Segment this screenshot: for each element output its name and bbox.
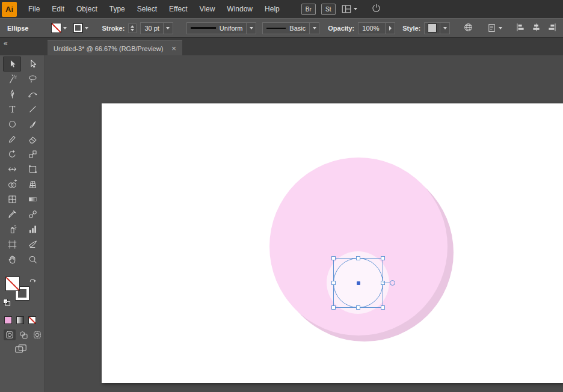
align-right-icon[interactable] bbox=[547, 22, 557, 34]
style-select[interactable] bbox=[424, 22, 450, 34]
variable-width-profile-select[interactable]: Uniform bbox=[186, 22, 257, 34]
sync-settings-icon[interactable] bbox=[371, 3, 381, 15]
lasso-tool[interactable] bbox=[23, 72, 42, 87]
menu-file[interactable]: File bbox=[22, 0, 46, 18]
mesh-tool[interactable] bbox=[3, 192, 21, 207]
line-segment-tool[interactable] bbox=[23, 102, 42, 117]
align-center-icon[interactable] bbox=[531, 22, 541, 34]
eraser-tool[interactable] bbox=[23, 132, 42, 147]
artboard[interactable] bbox=[102, 103, 563, 383]
stroke-swatch[interactable] bbox=[73, 23, 83, 33]
scale-tool[interactable] bbox=[23, 147, 42, 162]
symbol-sprayer-tool[interactable] bbox=[3, 222, 21, 237]
chevron-down-icon bbox=[499, 27, 502, 29]
bridge-button[interactable]: Br bbox=[301, 4, 316, 15]
width-tool[interactable] bbox=[3, 162, 21, 177]
column-graph-tool[interactable] bbox=[23, 222, 42, 237]
workspace-switcher-icon[interactable] bbox=[341, 4, 357, 14]
eyedropper-tool[interactable] bbox=[3, 207, 21, 222]
center-anchor-point[interactable] bbox=[357, 281, 360, 285]
change-screen-mode-button[interactable] bbox=[14, 343, 28, 357]
close-tab-icon[interactable]: × bbox=[171, 44, 176, 52]
handle-top-left[interactable] bbox=[331, 256, 336, 260]
pencil-tool[interactable] bbox=[3, 132, 21, 147]
menu-select[interactable]: Select bbox=[131, 0, 163, 18]
menu-edit[interactable]: Edit bbox=[46, 0, 70, 18]
magic-wand-tool[interactable] bbox=[3, 72, 21, 87]
align-left-icon[interactable] bbox=[515, 22, 526, 34]
stroke-color-dropdown[interactable] bbox=[73, 23, 88, 33]
slice-tool[interactable] bbox=[23, 237, 42, 252]
handle-bottom-left[interactable] bbox=[331, 305, 336, 310]
control-bar: Ellipse Stroke: 30 pt Uniform Basic bbox=[0, 18, 563, 38]
step-down-icon[interactable] bbox=[131, 29, 134, 31]
fill-color-dropdown[interactable] bbox=[51, 23, 67, 33]
stroke-weight-select[interactable]: 30 pt bbox=[140, 22, 173, 34]
step-up-icon[interactable] bbox=[131, 25, 134, 28]
fill-stroke-widget bbox=[0, 274, 45, 313]
document-setup-dropdown[interactable] bbox=[487, 23, 502, 33]
stroke-weight-stepper[interactable] bbox=[128, 23, 137, 33]
color-button[interactable] bbox=[4, 316, 12, 324]
menu-effect[interactable]: Effect bbox=[163, 0, 193, 18]
illustrator-window: Ai File Edit Object Type Select Effect V… bbox=[0, 0, 563, 392]
menu-type[interactable]: Type bbox=[103, 0, 131, 18]
rotate-widget-handle[interactable] bbox=[390, 280, 395, 286]
fill-color-proxy[interactable] bbox=[5, 277, 20, 291]
stock-button[interactable]: St bbox=[321, 4, 336, 15]
stroke-weight-value: 30 pt bbox=[141, 25, 162, 32]
menu-help[interactable]: Help bbox=[259, 0, 286, 18]
pen-tool[interactable] bbox=[3, 87, 21, 102]
menu-object[interactable]: Object bbox=[70, 0, 103, 18]
handle-top-center[interactable] bbox=[356, 256, 360, 260]
gradient-tool[interactable] bbox=[23, 192, 42, 207]
artboard-tool[interactable] bbox=[3, 237, 21, 252]
opacity-field[interactable]: 100% bbox=[358, 22, 395, 34]
illustrator-logo: Ai bbox=[2, 2, 17, 17]
style-swatch bbox=[428, 23, 437, 32]
chevron-down-icon bbox=[63, 27, 67, 29]
draw-normal-button[interactable] bbox=[4, 329, 16, 340]
swap-fill-stroke-icon[interactable] bbox=[29, 276, 37, 287]
brush-preview bbox=[266, 28, 286, 29]
document-tab[interactable]: Untitled-3* @ 66.67% (RGB/Preview) × bbox=[48, 40, 182, 56]
blend-tool[interactable] bbox=[23, 207, 42, 222]
curvature-tool[interactable] bbox=[23, 87, 42, 102]
fill-swatch-none[interactable] bbox=[51, 23, 61, 33]
direct-selection-tool[interactable] bbox=[23, 57, 42, 72]
zoom-tool[interactable] bbox=[23, 252, 42, 267]
menu-window[interactable]: Window bbox=[221, 0, 259, 18]
menu-view[interactable]: View bbox=[194, 0, 221, 18]
handle-middle-left[interactable] bbox=[331, 281, 336, 285]
active-tool-label: Ellipse bbox=[7, 25, 28, 32]
handle-bottom-center[interactable] bbox=[356, 305, 360, 310]
paintbrush-tool[interactable] bbox=[23, 117, 42, 132]
none-button[interactable] bbox=[28, 316, 36, 324]
globe-icon[interactable] bbox=[463, 22, 473, 34]
selection-bounding-box[interactable] bbox=[333, 258, 383, 308]
handle-top-right[interactable] bbox=[381, 256, 385, 260]
free-transform-tool[interactable] bbox=[23, 162, 42, 177]
chevron-down-icon bbox=[443, 27, 447, 29]
width-profile-value: Uniform bbox=[216, 25, 247, 32]
default-fill-stroke-icon[interactable] bbox=[2, 298, 11, 309]
selection-tool[interactable] bbox=[3, 57, 21, 72]
draw-inside-button[interactable] bbox=[31, 329, 43, 340]
shape-builder-tool[interactable] bbox=[3, 177, 21, 192]
draw-mode-row bbox=[4, 329, 43, 340]
collapse-panel-button[interactable]: « bbox=[4, 39, 8, 47]
rotate-tool[interactable] bbox=[3, 147, 21, 162]
perspective-grid-tool[interactable] bbox=[23, 177, 42, 192]
ellipse-tool[interactable] bbox=[3, 117, 21, 132]
rotate-widget-line bbox=[383, 283, 390, 283]
brush-definition-select[interactable]: Basic bbox=[262, 22, 319, 34]
hand-tool[interactable] bbox=[3, 252, 21, 267]
handle-bottom-right[interactable] bbox=[381, 305, 385, 310]
canvas-area[interactable] bbox=[46, 55, 563, 392]
chevron-down-icon bbox=[354, 8, 357, 10]
type-tool[interactable] bbox=[3, 102, 21, 117]
draw-behind-button[interactable] bbox=[17, 329, 29, 340]
gradient-button[interactable] bbox=[16, 316, 24, 324]
tools-panel bbox=[0, 55, 45, 392]
opacity-label: Opacity: bbox=[328, 25, 354, 32]
